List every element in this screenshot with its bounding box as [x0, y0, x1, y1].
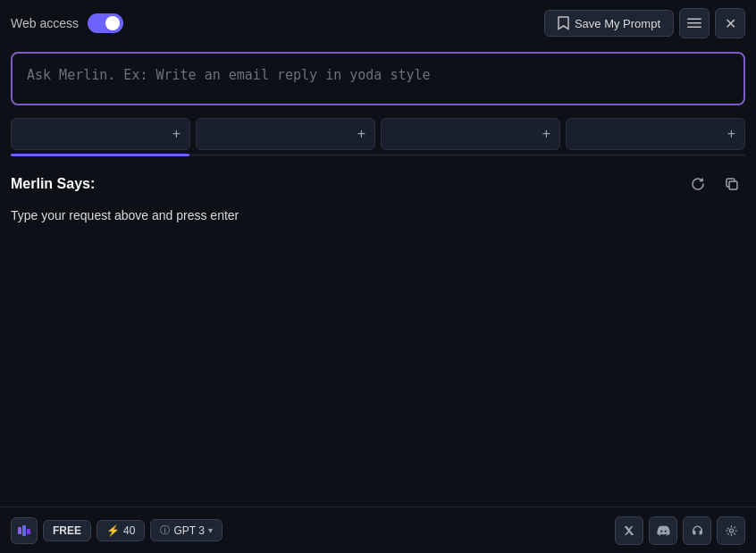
plus-icon-2: +	[357, 126, 365, 142]
svg-rect-3	[729, 181, 737, 189]
prompt-buttons-row: + + + +	[0, 113, 756, 154]
info-icon: ⓘ	[160, 524, 170, 537]
menu-icon	[687, 18, 701, 29]
header-left: Web access	[11, 13, 123, 33]
prompt-btn-3[interactable]: +	[381, 118, 560, 150]
merlin-actions	[685, 171, 745, 197]
headphones-button[interactable]	[683, 516, 711, 545]
twitter-icon	[623, 524, 635, 537]
prompt-btn-1[interactable]: +	[11, 118, 190, 150]
plus-icon-3: +	[542, 126, 550, 142]
headphones-icon	[691, 524, 704, 537]
prompt-btn-4[interactable]: +	[566, 118, 745, 150]
discord-icon	[657, 524, 670, 537]
close-button[interactable]: ✕	[715, 8, 745, 38]
refresh-button[interactable]	[685, 171, 711, 197]
settings-icon	[725, 524, 738, 537]
svg-rect-6	[27, 529, 30, 534]
web-access-toggle[interactable]	[88, 13, 123, 33]
merlin-section: Merlin Says: Type your re	[0, 156, 756, 507]
chevron-down-icon: ▾	[208, 525, 213, 535]
header: Web access Save My Prompt ✕	[0, 0, 756, 46]
menu-button[interactable]	[679, 8, 710, 38]
bookmark-icon	[558, 16, 569, 30]
prompt-btn-2[interactable]: +	[196, 118, 375, 150]
input-area	[0, 46, 756, 113]
refresh-icon	[690, 176, 706, 192]
merlin-header: Merlin Says:	[11, 171, 745, 197]
save-prompt-label: Save My Prompt	[575, 17, 660, 30]
save-prompt-button[interactable]: Save My Prompt	[544, 10, 674, 37]
svg-rect-5	[22, 525, 26, 536]
close-icon: ✕	[725, 15, 736, 32]
header-right: Save My Prompt ✕	[544, 8, 745, 38]
web-access-label: Web access	[11, 16, 79, 30]
gpt-label: GPT 3	[173, 524, 204, 537]
copy-icon	[724, 176, 740, 192]
main-input[interactable]	[11, 52, 745, 105]
plus-icon-4: +	[727, 126, 735, 142]
merlin-title: Merlin Says:	[11, 176, 95, 192]
footer: FREE ⚡ 40 ⓘ GPT 3 ▾	[0, 507, 756, 553]
copy-button[interactable]	[718, 171, 745, 197]
discord-button[interactable]	[649, 516, 677, 545]
svg-rect-0	[687, 19, 701, 21]
footer-left: FREE ⚡ 40 ⓘ GPT 3 ▾	[11, 517, 223, 544]
merlin-logo-icon	[17, 524, 31, 538]
plus-icon-1: +	[172, 126, 181, 142]
gpt-selector-button[interactable]: ⓘ GPT 3 ▾	[150, 519, 222, 541]
merlin-logo-button[interactable]	[11, 517, 38, 544]
svg-rect-1	[687, 22, 701, 24]
free-badge[interactable]: FREE	[43, 520, 91, 541]
twitter-button[interactable]	[615, 516, 643, 545]
credits-button[interactable]: ⚡ 40	[97, 520, 145, 541]
merlin-content: Type your request above and press enter	[11, 208, 745, 222]
footer-right	[615, 516, 745, 545]
credits-count: 40	[123, 524, 135, 537]
svg-rect-4	[18, 527, 21, 534]
svg-rect-2	[687, 27, 701, 29]
lightning-icon: ⚡	[106, 524, 120, 537]
settings-button[interactable]	[717, 516, 745, 545]
svg-point-7	[729, 529, 733, 532]
